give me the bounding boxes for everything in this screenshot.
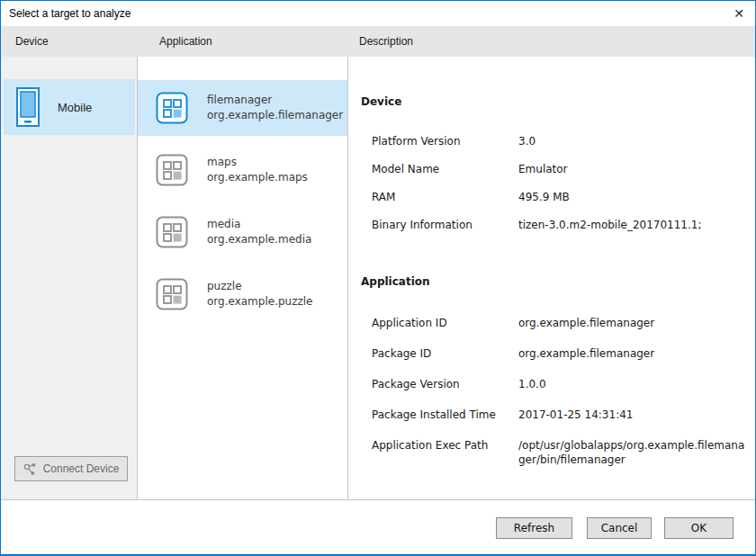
app-package: org.example.media <box>207 232 311 247</box>
desc-label: Binary Information <box>372 218 518 232</box>
desc-row-package-installed-time: Package Installed Time 2017-01-25 14:31:… <box>361 408 755 422</box>
app-item-maps[interactable]: maps org.example.maps <box>138 142 347 198</box>
app-grid-icon <box>156 154 188 186</box>
app-name: media <box>207 217 311 232</box>
main-panes: Mobile Connect Device <box>1 57 755 500</box>
desc-label: Package Version <box>372 377 518 391</box>
desc-value: /opt/usr/globalapps/org.example.filemana… <box>518 438 745 467</box>
footer-bar: Refresh Cancel OK <box>1 500 755 554</box>
device-item-mobile[interactable]: Mobile <box>4 79 135 135</box>
app-name: filemanager <box>207 93 343 108</box>
desc-value: org.example.filemanager <box>518 346 745 361</box>
desc-row-binary-information: Binary Information tizen-3.0.m2-mobile_2… <box>361 218 755 232</box>
column-header-device: Device <box>15 35 49 48</box>
app-grid-icon <box>156 92 188 124</box>
close-icon[interactable]: ✕ <box>723 1 755 26</box>
application-list-panel: filemanager org.example.filemanager maps… <box>138 57 348 499</box>
desc-label: Application ID <box>372 316 518 330</box>
share-nodes-icon <box>23 462 37 476</box>
desc-label: Package ID <box>372 346 518 361</box>
desc-value: 495.9 MB <box>518 190 745 204</box>
desc-value: Emulator <box>518 162 745 176</box>
dialog-title: Select a target to analyze <box>1 7 130 20</box>
desc-row-package-id: Package ID org.example.filemanager <box>361 346 755 361</box>
app-item-media[interactable]: media org.example.media <box>138 204 347 260</box>
desc-label: Platform Version <box>372 134 518 148</box>
app-grid-icon <box>156 216 188 248</box>
device-list-panel: Mobile Connect Device <box>1 57 138 499</box>
app-item-filemanager[interactable]: filemanager org.example.filemanager <box>138 80 347 136</box>
desc-value: 3.0 <box>518 134 745 148</box>
desc-value: org.example.filemanager <box>518 316 745 330</box>
app-item-text: puzzle org.example.puzzle <box>207 279 313 309</box>
desc-label: Package Installed Time <box>372 408 518 422</box>
cancel-button[interactable]: Cancel <box>587 517 652 539</box>
desc-label: Model Name <box>372 162 518 176</box>
application-section-title: Application <box>361 274 755 289</box>
connect-device-label: Connect Device <box>43 462 120 475</box>
app-item-text: media org.example.media <box>207 217 311 247</box>
desc-row-application-id: Application ID org.example.filemanager <box>361 316 755 330</box>
app-package: org.example.filemanager <box>207 108 343 123</box>
ok-button[interactable]: OK <box>664 517 734 539</box>
app-name: puzzle <box>207 279 313 294</box>
desc-value: 1.0.0 <box>518 377 745 391</box>
refresh-button[interactable]: Refresh <box>496 517 572 539</box>
device-section-title: Device <box>361 94 755 109</box>
column-header-description: Description <box>359 35 413 48</box>
title-bar: Select a target to analyze ✕ <box>1 1 755 26</box>
app-package: org.example.maps <box>207 170 308 185</box>
app-item-text: filemanager org.example.filemanager <box>207 93 343 123</box>
desc-label: RAM <box>372 190 518 204</box>
desc-row-model-name: Model Name Emulator <box>361 162 755 176</box>
desc-row-application-exec-path: Application Exec Path /opt/usr/globalapp… <box>361 438 755 467</box>
device-item-label: Mobile <box>58 101 92 114</box>
desc-row-package-version: Package Version 1.0.0 <box>361 377 755 391</box>
app-item-puzzle[interactable]: puzzle org.example.puzzle <box>138 266 347 322</box>
desc-label: Application Exec Path <box>372 438 518 467</box>
desc-value: 2017-01-25 14:31:41 <box>518 408 745 422</box>
desc-value: tizen-3.0.m2-mobile_20170111.1; <box>518 218 745 232</box>
app-name: maps <box>207 155 308 170</box>
description-panel: Device Platform Version 3.0 Model Name E… <box>348 57 755 499</box>
app-item-text: maps org.example.maps <box>207 155 308 185</box>
smartphone-icon <box>16 87 40 127</box>
connect-device-button[interactable]: Connect Device <box>14 456 128 481</box>
column-header-row: Device Application Description <box>1 26 755 57</box>
desc-row-ram: RAM 495.9 MB <box>361 190 755 204</box>
app-grid-icon <box>156 278 188 310</box>
app-package: org.example.puzzle <box>207 294 313 309</box>
desc-row-platform-version: Platform Version 3.0 <box>361 134 755 148</box>
column-header-application: Application <box>159 35 212 48</box>
select-target-dialog: Select a target to analyze ✕ Device Appl… <box>0 0 756 556</box>
